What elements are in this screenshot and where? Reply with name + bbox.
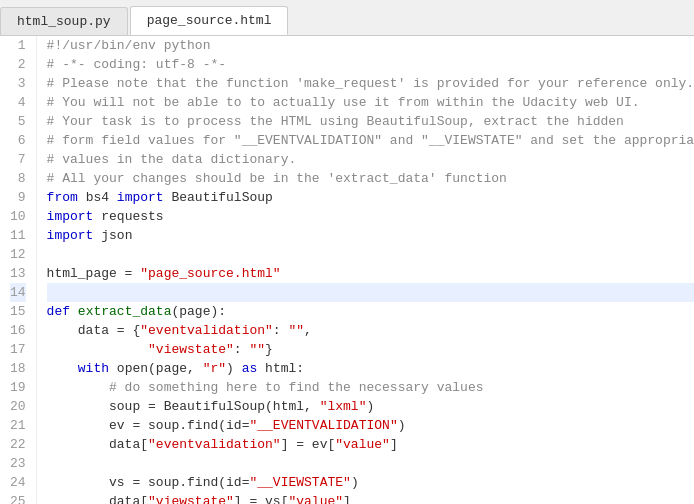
code-line: # All your changes should be in the 'ext… [47, 169, 694, 188]
code-line: #!/usr/bin/env python [47, 36, 694, 55]
code-line: import requests [47, 207, 694, 226]
code-area: #!/usr/bin/env python# -*- coding: utf-8… [37, 36, 694, 504]
code-line: # form field values for "__EVENTVALIDATI… [47, 131, 694, 150]
code-line: # values in the data dictionary. [47, 150, 694, 169]
code-line: def extract_data(page): [47, 302, 694, 321]
code-line: data["eventvalidation"] = ev["value"] [47, 435, 694, 454]
code-line: from bs4 import BeautifulSoup [47, 188, 694, 207]
code-line: html_page = "page_source.html" [47, 264, 694, 283]
line-number: 13 [10, 264, 26, 283]
line-number: 8 [10, 169, 26, 188]
code-line: "viewstate": ""} [47, 340, 694, 359]
code-line: vs = soup.find(id="__VIEWSTATE") [47, 473, 694, 492]
line-number: 2 [10, 55, 26, 74]
code-line: ev = soup.find(id="__EVENTVALIDATION") [47, 416, 694, 435]
tab-page-source[interactable]: page_source.html [130, 6, 289, 35]
line-number: 4 [10, 93, 26, 112]
line-number: 1 [10, 36, 26, 55]
line-number: 7 [10, 150, 26, 169]
line-number: 11 [10, 226, 26, 245]
line-number: 25 [10, 492, 26, 504]
line-number: 18 [10, 359, 26, 378]
line-number: 17 [10, 340, 26, 359]
code-line [47, 454, 694, 473]
line-number: 6 [10, 131, 26, 150]
code-line: soup = BeautifulSoup(html, "lxml") [47, 397, 694, 416]
line-number: 14 [10, 283, 26, 302]
editor: 1234567891011121314151617181920212223242… [0, 36, 694, 504]
line-number: 16 [10, 321, 26, 340]
line-number: 9 [10, 188, 26, 207]
code-line [47, 245, 694, 264]
code-line: data = {"eventvalidation": "", [47, 321, 694, 340]
code-line: with open(page, "r") as html: [47, 359, 694, 378]
code-line: import json [47, 226, 694, 245]
code-line: # You will not be able to to actually us… [47, 93, 694, 112]
code-line: # Your task is to process the HTML using… [47, 112, 694, 131]
line-number: 15 [10, 302, 26, 321]
tab-html-soup[interactable]: html_soup.py [0, 7, 128, 35]
line-number: 3 [10, 74, 26, 93]
line-numbers-gutter: 1234567891011121314151617181920212223242… [0, 36, 37, 504]
code-line: # Please note that the function 'make_re… [47, 74, 694, 93]
code-line: # -*- coding: utf-8 -*- [47, 55, 694, 74]
line-number: 20 [10, 397, 26, 416]
line-number: 23 [10, 454, 26, 473]
line-number: 21 [10, 416, 26, 435]
line-number: 12 [10, 245, 26, 264]
line-number: 19 [10, 378, 26, 397]
line-number: 24 [10, 473, 26, 492]
line-number: 22 [10, 435, 26, 454]
code-line [47, 283, 694, 302]
line-number: 5 [10, 112, 26, 131]
code-line: # do something here to find the necessar… [47, 378, 694, 397]
tab-bar: html_soup.py page_source.html [0, 0, 694, 36]
code-line: data["viewstate"] = vs["value"] [47, 492, 694, 504]
line-number: 10 [10, 207, 26, 226]
